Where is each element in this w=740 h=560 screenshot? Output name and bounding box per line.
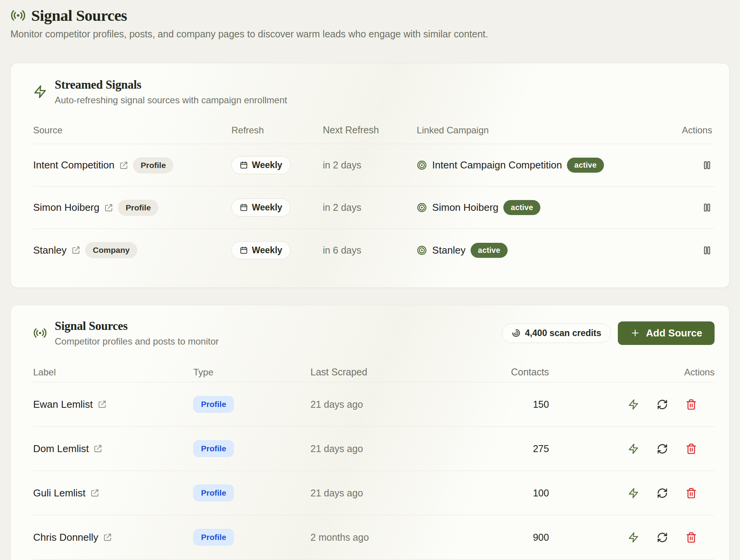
streamed-signals-title: Streamed Signals — [55, 78, 287, 92]
refresh-frequency-button[interactable]: Weekly — [231, 156, 291, 174]
column-header-source: Source — [33, 125, 231, 136]
column-header-actions: Actions — [653, 125, 715, 136]
delete-trash-button[interactable] — [686, 399, 697, 410]
table-row: Intent Competition Profile Weekly in 2 d… — [33, 144, 715, 187]
last-scraped-value: 21 days ago — [311, 443, 501, 454]
enroll-zap-button[interactable] — [628, 443, 639, 454]
page-header: Signal Sources — [10, 6, 730, 25]
column-header-contacts: Contacts — [501, 367, 549, 378]
table-row: Guli Lemlist Profile 21 days ago 100 — [33, 471, 715, 515]
campaign-status-badge: active — [471, 243, 508, 258]
table-row: Simon Hoiberg Profile Weekly in 2 days — [33, 187, 715, 229]
pause-button[interactable] — [702, 245, 712, 256]
next-refresh-value: in 2 days — [323, 160, 417, 171]
target-icon — [417, 160, 427, 170]
type-badge: Profile — [193, 396, 234, 413]
source-type-badge: Profile — [118, 200, 158, 216]
delete-trash-button[interactable] — [686, 488, 697, 499]
refresh-frequency-label: Weekly — [252, 245, 282, 256]
last-scraped-value: 2 months ago — [311, 532, 501, 543]
streamed-signals-subtitle: Auto-refreshing signal sources with camp… — [55, 95, 287, 106]
radio-signal-icon — [10, 8, 26, 23]
source-label: Dom Lemlist — [33, 443, 89, 455]
radio-signal-icon — [33, 326, 47, 340]
column-header-refresh: Refresh — [231, 125, 323, 136]
table-row: Ewan Lemlist Profile 21 days ago 150 — [33, 382, 715, 427]
rescan-refresh-button[interactable] — [657, 532, 668, 543]
external-link-icon[interactable] — [94, 444, 102, 453]
enroll-zap-button[interactable] — [628, 532, 639, 543]
type-badge: Profile — [193, 484, 234, 501]
type-badge: Profile — [193, 440, 234, 457]
signal-sources-card: Signal Sources Competitor profiles and p… — [10, 305, 730, 560]
page-title: Signal Sources — [31, 6, 127, 25]
enroll-zap-button[interactable] — [628, 399, 639, 410]
refresh-frequency-button[interactable]: Weekly — [231, 198, 291, 217]
type-badge: Profile — [193, 529, 234, 546]
plus-icon — [630, 328, 640, 338]
rescan-refresh-button[interactable] — [657, 488, 668, 499]
streamed-table-header: Source Refresh Next Refresh Linked Campa… — [33, 116, 715, 144]
column-header-type: Type — [193, 367, 310, 378]
source-name: Simon Hoiberg — [33, 202, 99, 214]
streamed-signals-table: Source Refresh Next Refresh Linked Campa… — [33, 116, 715, 271]
delete-trash-button[interactable] — [686, 443, 697, 454]
signal-sources-card-subtitle: Competitor profiles and posts to monitor — [55, 336, 219, 347]
campaign-status-badge: active — [503, 200, 540, 215]
table-row: Dom Lemlist Profile 21 days ago 275 — [33, 427, 715, 471]
source-label: Chris Donnelly — [33, 531, 98, 543]
target-icon — [417, 202, 427, 213]
streamed-signals-header: Streamed Signals Auto-refreshing signal … — [33, 78, 715, 106]
delete-trash-button[interactable] — [686, 532, 697, 543]
next-refresh-value: in 6 days — [323, 245, 417, 256]
refresh-frequency-button[interactable]: Weekly — [231, 241, 291, 259]
external-link-icon[interactable] — [104, 203, 113, 212]
campaign-name: Simon Hoiberg — [432, 202, 498, 214]
table-row: Stanley Company Weekly in 6 days — [33, 229, 715, 271]
add-source-button[interactable]: Add Source — [618, 321, 715, 345]
campaign-status-badge: active — [567, 158, 604, 173]
target-icon — [417, 245, 427, 256]
pause-button[interactable] — [702, 160, 712, 170]
external-link-icon[interactable] — [103, 533, 112, 542]
column-header-next-refresh: Next Refresh — [323, 124, 417, 136]
source-label: Guli Lemlist — [33, 487, 86, 499]
signal-sources-card-header: Signal Sources Competitor profiles and p… — [33, 319, 219, 347]
pause-button[interactable] — [702, 202, 712, 213]
signal-sources-table: Label Type Last Scraped Contacts Actions… — [33, 362, 715, 560]
source-type-badge: Company — [85, 242, 138, 258]
contacts-count: 150 — [501, 399, 549, 410]
external-link-icon[interactable] — [98, 400, 106, 409]
last-scraped-value: 21 days ago — [311, 488, 501, 499]
contacts-count: 275 — [501, 443, 549, 454]
rescan-refresh-button[interactable] — [657, 443, 668, 454]
column-header-label: Label — [33, 367, 193, 378]
streamed-signals-card: Streamed Signals Auto-refreshing signal … — [10, 63, 730, 288]
next-refresh-value: in 2 days — [323, 202, 417, 213]
refresh-frequency-label: Weekly — [252, 160, 282, 170]
contacts-count: 100 — [501, 488, 549, 499]
campaign-name: Intent Campaign Competition — [432, 159, 562, 171]
source-type-badge: Profile — [133, 157, 173, 173]
last-scraped-value: 21 days ago — [311, 399, 501, 410]
rescan-refresh-button[interactable] — [657, 399, 668, 410]
zap-icon — [33, 85, 47, 99]
external-link-icon[interactable] — [91, 489, 99, 497]
refresh-frequency-label: Weekly — [252, 202, 282, 213]
scan-credits-icon — [511, 328, 521, 338]
source-name: Stanley — [33, 244, 67, 256]
source-name: Intent Competition — [33, 159, 114, 171]
column-header-linked-campaign: Linked Campaign — [417, 125, 653, 136]
external-link-icon[interactable] — [72, 246, 80, 254]
table-row: Chris Donnelly Profile 2 months ago 900 — [33, 515, 715, 560]
external-link-icon[interactable] — [119, 161, 128, 170]
column-header-last-scraped: Last Scraped — [311, 367, 501, 378]
campaign-name: Stanley — [432, 244, 466, 256]
contacts-count: 900 — [501, 532, 549, 543]
scan-credits-label: 4,400 scan credits — [525, 328, 601, 338]
column-header-actions: Actions — [549, 367, 715, 378]
enroll-zap-button[interactable] — [628, 488, 639, 499]
page-subtitle: Monitor competitor profiles, posts, and … — [10, 29, 730, 40]
source-label: Ewan Lemlist — [33, 399, 93, 410]
sources-table-header: Label Type Last Scraped Contacts Actions — [33, 362, 715, 382]
